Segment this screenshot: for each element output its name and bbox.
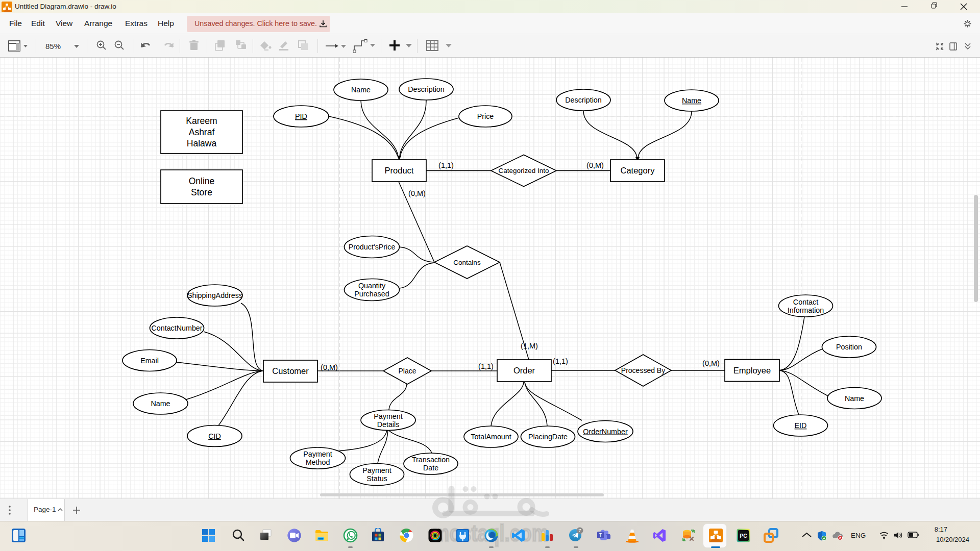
svg-text:Method: Method (306, 458, 330, 466)
svg-text:Contact: Contact (793, 298, 818, 306)
svg-text:Quantity: Quantity (358, 282, 386, 290)
svg-text:(0,M): (0,M) (586, 161, 604, 169)
svg-text:Details: Details (377, 420, 400, 429)
svg-text:PC: PC (740, 533, 747, 539)
svg-text:Contains: Contains (453, 259, 481, 266)
svg-text:Category: Category (621, 166, 655, 175)
svg-text:Description: Description (408, 85, 445, 93)
svg-text:Place: Place (398, 367, 416, 375)
svg-text:Store: Store (191, 187, 212, 197)
svg-text:Customer: Customer (272, 366, 309, 375)
svg-text:Purchased: Purchased (354, 290, 389, 298)
svg-text:Ashraf: Ashraf (189, 127, 215, 137)
svg-text:OrderNumber: OrderNumber (583, 428, 628, 436)
svg-text:PlacingDate: PlacingDate (528, 433, 568, 441)
svg-text:Email: Email (140, 357, 159, 365)
svg-text:Payment: Payment (303, 450, 332, 458)
svg-text:(0,M): (0,M) (321, 363, 338, 371)
svg-text:Name: Name (682, 96, 701, 105)
svg-text:Transaction: Transaction (412, 456, 450, 464)
svg-text:Payment: Payment (362, 466, 391, 474)
svg-text:(0,M): (0,M) (702, 359, 720, 367)
svg-text:Online: Online (189, 176, 215, 186)
svg-text:Description: Description (565, 96, 602, 104)
svg-text:Name: Name (351, 86, 371, 94)
svg-text:Name: Name (151, 399, 170, 408)
svg-text:Payment: Payment (374, 412, 402, 420)
svg-text:Product: Product (385, 166, 414, 175)
svg-text:Employee: Employee (733, 366, 771, 375)
svg-text:Order: Order (513, 366, 535, 375)
svg-text:(1,1): (1,1) (478, 362, 494, 370)
svg-text:Date: Date (423, 464, 438, 472)
svg-text:Position: Position (836, 343, 862, 351)
svg-text:Kareem: Kareem (186, 116, 217, 126)
svg-text:TotalAmount: TotalAmount (471, 433, 511, 441)
svg-text:(1,1): (1,1) (553, 357, 568, 365)
svg-text:Processed By: Processed By (621, 366, 665, 374)
svg-text:7: 7 (578, 528, 581, 533)
svg-text:Product'sPrice: Product'sPrice (349, 243, 396, 251)
svg-text:Halawa: Halawa (187, 138, 217, 148)
svg-text:ShippingAddress: ShippingAddress (187, 291, 242, 299)
svg-text:Information: Information (788, 306, 824, 314)
svg-text:ContactNumber: ContactNumber (151, 324, 202, 332)
svg-text:CID: CID (208, 432, 221, 440)
svg-text:(0,M): (0,M) (408, 189, 426, 197)
svg-text:(1,M): (1,M) (521, 342, 538, 350)
svg-text:(1,1): (1,1) (438, 161, 454, 169)
svg-text:T: T (599, 533, 602, 538)
svg-text:PID: PID (295, 112, 307, 120)
svg-text:Categorized Into: Categorized Into (498, 167, 549, 174)
svg-text:Status: Status (366, 474, 387, 483)
svg-text:Price: Price (477, 112, 494, 120)
svg-text:Name: Name (845, 394, 864, 403)
svg-text:EID: EID (795, 421, 807, 430)
